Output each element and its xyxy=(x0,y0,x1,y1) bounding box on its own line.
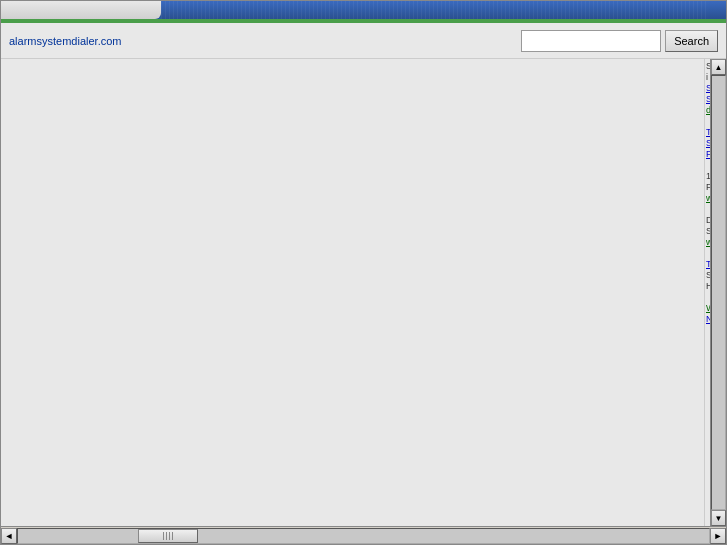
search-button[interactable]: Search xyxy=(665,30,718,52)
grip-line-2 xyxy=(166,532,167,540)
main-wrapper: S i S S d T S F 1 F w xyxy=(1,59,726,526)
scroll-track-vertical[interactable] xyxy=(711,75,726,510)
grip-line-3 xyxy=(169,532,170,540)
search-input[interactable] xyxy=(521,30,661,52)
header-bar-center xyxy=(161,1,706,19)
header-bar xyxy=(1,1,726,19)
scroll-grip xyxy=(163,532,173,540)
search-area: Search xyxy=(521,30,718,52)
main-content xyxy=(1,59,704,526)
scroll-up-button[interactable]: ▲ xyxy=(711,59,726,75)
header-bar-left xyxy=(1,1,161,19)
scroll-right-button[interactable]: ► xyxy=(710,528,726,544)
vertical-scrollbar: ▲ ▼ xyxy=(710,59,726,526)
grip-line-4 xyxy=(172,532,173,540)
browser-window: alarmsystemdialer.com Search S i S S d xyxy=(0,0,727,545)
page-area: alarmsystemdialer.com Search S i S S d xyxy=(1,23,726,544)
site-url[interactable]: alarmsystemdialer.com xyxy=(9,35,121,47)
toolbar: alarmsystemdialer.com Search xyxy=(1,23,726,59)
header-bar-right xyxy=(706,1,726,19)
scroll-thumb[interactable] xyxy=(138,529,198,543)
bottom-scrollbar: ◄ ► xyxy=(1,526,726,544)
content-area: alarmsystemdialer.com Search S i S S d xyxy=(1,23,726,544)
scroll-track-horizontal[interactable] xyxy=(17,528,710,544)
scroll-left-button[interactable]: ◄ xyxy=(1,528,17,544)
grip-line-1 xyxy=(163,532,164,540)
scroll-down-button[interactable]: ▼ xyxy=(711,510,726,526)
